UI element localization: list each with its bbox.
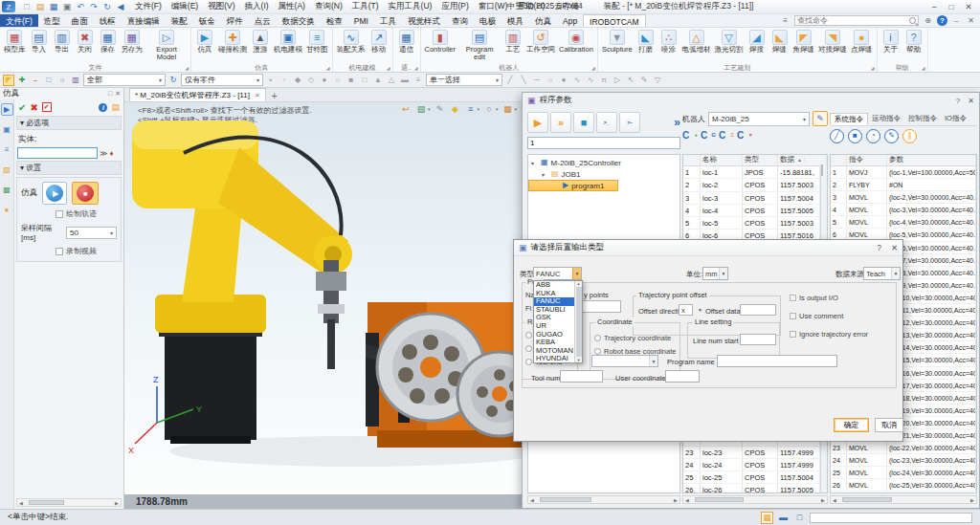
ribbon-button[interactable]: ◣打磨 <box>635 29 657 55</box>
doc-close-icon[interactable]: ✕ <box>966 15 976 26</box>
pi-icon[interactable]: π <box>598 75 610 86</box>
ignore-trajectory-error-checkbox[interactable]: Ignore trajectory error <box>790 330 868 339</box>
ribbon-button[interactable]: ▦模型库 <box>2 29 28 55</box>
table-row[interactable]: 25MOVL(loc-24,Vel=30.00000,Acc=40. <box>831 467 976 479</box>
entity-pick-icon[interactable]: ♦ <box>109 149 113 158</box>
unit-select[interactable]: mm▼ <box>702 267 728 280</box>
column-header[interactable]: 参数 <box>887 155 976 165</box>
ribbon-button[interactable]: ▥工艺 <box>501 29 524 55</box>
apply-icon[interactable]: ✔ <box>42 102 52 112</box>
ribbon-button[interactable]: ∿装配关系 <box>335 29 368 55</box>
ribbon-button[interactable]: ◢焊接 <box>746 29 768 55</box>
use-comment-checkbox[interactable]: Use comment <box>790 312 843 320</box>
table-row[interactable]: 1MOVJ(loc-1,Vel=100.00000,Acc=50. <box>831 166 976 179</box>
filter-sketch-icon[interactable]: □ <box>359 75 370 86</box>
note-icon[interactable]: ▤ <box>111 102 120 112</box>
command-table-hscrollbar[interactable]: ◀▶ <box>830 495 977 504</box>
column-header[interactable]: 类型 <box>743 155 778 165</box>
line-jump-input[interactable] <box>527 137 680 149</box>
type-option[interactable]: UR <box>534 322 574 331</box>
user-coordinate-input[interactable] <box>665 370 700 383</box>
section-circle-icon[interactable]: ○▾ <box>483 103 499 115</box>
ribbon-button[interactable]: ▦通信 <box>395 29 418 55</box>
column-header[interactable] <box>831 155 847 165</box>
help-icon[interactable]: ? <box>937 15 947 26</box>
expand-panel-icon[interactable]: » <box>674 116 680 129</box>
filter-select[interactable]: 全部▾ <box>83 74 166 86</box>
doc-minimize-icon[interactable]: – <box>951 15 962 26</box>
table-row[interactable]: 3MOVL(loc-2,Vel=30.00000,Acc=40.0 <box>831 191 976 204</box>
scroll-up-icon[interactable]: ▲ <box>577 281 581 286</box>
remove-filter-icon[interactable]: – <box>30 75 41 86</box>
filter-datum-icon[interactable]: ▲ <box>372 75 384 86</box>
record-video-checkbox[interactable] <box>56 248 63 255</box>
menu-item[interactable]: 视图(V) <box>203 0 239 13</box>
ribbon-button[interactable]: ≡甘特图 <box>304 29 330 55</box>
type-option[interactable]: STAUBLI <box>534 306 574 315</box>
ribbon-button[interactable]: ∴喷涂 <box>657 29 680 55</box>
ribbon-button[interactable]: ▦保存 <box>97 29 120 55</box>
chart-pick-icon[interactable]: ▥ <box>70 75 81 86</box>
stop-simulation-button[interactable]: ■ <box>72 182 99 205</box>
ribbon-button[interactable]: ▦另存为 <box>120 29 145 55</box>
ribbon-button[interactable]: ↗移动 <box>368 29 390 55</box>
table-row[interactable]: 5MOVL(loc-4,Vel=30.00000,Acc=40.0 <box>831 216 976 229</box>
program-name-input[interactable] <box>717 355 837 367</box>
menu-item[interactable]: 实用工具(U) <box>384 0 437 13</box>
entity-input[interactable] <box>17 147 98 159</box>
type-option[interactable]: GSK <box>534 314 574 322</box>
redo-icon[interactable]: ↷ <box>89 2 99 12</box>
filter-vertex-icon[interactable]: ▪ <box>265 75 277 86</box>
offset-data-input[interactable] <box>740 304 776 316</box>
line-num-start-input[interactable] <box>740 334 776 345</box>
column-header[interactable]: 名称 <box>701 155 743 165</box>
table-row[interactable]: 5loc-5CPOS1157.5003 <box>683 217 820 230</box>
table-row[interactable]: 4loc-4CPOS1157.5005 <box>683 205 820 217</box>
table-row[interactable]: 23MOVL(loc-22,Vel=30.00000,Acc=40. <box>831 442 976 454</box>
run-all-icon[interactable]: » <box>550 112 571 133</box>
sample-interval-select[interactable]: 50▾ <box>66 227 117 239</box>
ribbon-tab[interactable]: 仿真 <box>529 14 557 27</box>
ribbon-tab[interactable]: 电极 <box>474 14 501 27</box>
table-row[interactable]: 23loc-23CPOS1157.4999 <box>683 447 820 459</box>
type-option[interactable]: KUKA <box>534 290 574 298</box>
loop-pick-icon[interactable]: ○ <box>56 75 68 86</box>
ribbon-button[interactable]: △电弧增材 <box>680 29 713 55</box>
type-option[interactable]: FANUC <box>534 297 574 306</box>
pause-cmd-icon[interactable]: ∥ <box>902 129 917 143</box>
is-output-io-checkbox[interactable]: Is output I/O <box>790 294 838 302</box>
filter-axis-icon[interactable]: ○ <box>332 75 344 86</box>
menu-item[interactable]: 查询(N) <box>310 0 347 13</box>
ribbon-tab[interactable]: IROBOTCAM <box>583 14 645 27</box>
ribbon-button[interactable]: ▶仿真 <box>193 29 216 55</box>
ribbon-tab[interactable]: 检查 <box>321 14 348 27</box>
group-launcher-icon[interactable]: ◢ <box>387 65 390 71</box>
ribbon-button[interactable]: ▷Export Model <box>145 29 189 63</box>
menu-item[interactable]: 属性(A) <box>274 0 310 13</box>
cancel-button[interactable]: 取消 <box>875 418 903 432</box>
spline-icon[interactable]: ∿ <box>571 75 583 86</box>
ribbon-tab[interactable]: 焊件 <box>221 14 249 27</box>
view-manager-icon[interactable]: ▦ <box>761 512 773 524</box>
select-arrow-icon[interactable]: ◤ <box>3 75 14 86</box>
open-icon[interactable]: ▤ <box>35 2 45 12</box>
parts-filter-select[interactable]: 仅有零件▾ <box>181 74 263 86</box>
panel-close-icon[interactable]: ✕ <box>115 90 121 98</box>
menu-item[interactable]: 插入(I) <box>240 0 274 13</box>
command-tab[interactable]: 运动指令 <box>868 113 904 125</box>
dialog-close-icon[interactable]: ✕ <box>891 243 898 252</box>
table-row[interactable]: 3loc-3CPOS1157.5004 <box>683 192 820 205</box>
required-section-header[interactable]: ▾ 必选项 <box>16 116 122 130</box>
sim-panel-hscrollbar[interactable]: ◀▶ <box>16 498 122 507</box>
table-row[interactable]: 26MOVL(loc-25,Vel=30.00000,Acc=40. <box>831 479 976 492</box>
settings-section-header[interactable]: ▾ 设置 <box>16 161 122 175</box>
layer-icon[interactable]: ≡▾ <box>465 103 480 115</box>
table-row[interactable]: 2FLYBY#ON <box>831 179 976 191</box>
filter-component-icon[interactable]: △ <box>386 75 397 86</box>
play-simulation-button[interactable]: ▶ <box>42 182 67 205</box>
ellipse-icon[interactable]: ● <box>558 75 569 86</box>
ribbon-tab[interactable]: 视觉样式 <box>402 14 446 27</box>
menu-item[interactable]: 工具(T) <box>347 0 384 13</box>
stop-run-icon[interactable]: ■ <box>573 112 594 133</box>
view-cube-icon[interactable]: ▦▾ <box>502 103 518 115</box>
